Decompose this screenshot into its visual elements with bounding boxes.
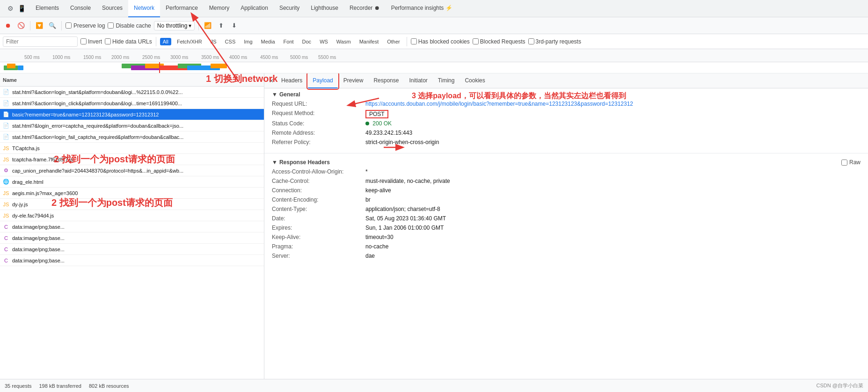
connection-key: Connection: [272, 187, 365, 194]
third-party-checkbox[interactable]: 3rd-party requests [528, 38, 581, 45]
hide-data-urls-input[interactable] [105, 38, 111, 44]
tab-performance-insights[interactable]: Performance insights ⚡ [386, 0, 458, 17]
row-name-2: stat.html?&action=login_click&platform=d… [12, 101, 262, 106]
filter-type-manifest[interactable]: Manifest [357, 38, 382, 45]
tab-recorder[interactable]: Recorder ⏺ [344, 0, 386, 17]
tab-lighthouse[interactable]: Lighthouse [305, 0, 344, 17]
filter-type-js[interactable]: JS [208, 38, 219, 45]
hide-data-urls-checkbox[interactable]: Hide data URLs [105, 38, 152, 45]
wifi-icon-button[interactable]: 📶 [203, 21, 213, 31]
filter-type-css[interactable]: CSS [222, 38, 239, 45]
preserve-log-checkbox[interactable]: Preserve log [66, 22, 105, 29]
network-row-9[interactable]: 🌐 drag_ele.html [0, 176, 264, 188]
tab-elements[interactable]: Elements [30, 0, 65, 17]
device-icon[interactable]: 📱 [17, 4, 26, 13]
search-button[interactable]: 🔍 [47, 21, 58, 31]
tab-console[interactable]: Console [65, 0, 96, 17]
network-row-3[interactable]: 📄 basic?remember=true&name=123123123&pas… [0, 109, 264, 120]
content-encoding-row: Content-Encoding: br [272, 196, 861, 205]
detail-tab-preview[interactable]: Preview [339, 73, 368, 88]
filter-type-doc[interactable]: Doc [299, 38, 314, 45]
row-icon-3: 📄 [2, 110, 10, 119]
filter-type-ws[interactable]: WS [317, 38, 331, 45]
filter-type-img[interactable]: Img [241, 38, 255, 45]
tab-application[interactable]: Application [235, 0, 274, 17]
server-row: Server: dae [272, 252, 861, 261]
network-row-5[interactable]: 📄 stat.html?&action=login_fail_captcha_r… [0, 131, 264, 143]
disable-cache-checkbox[interactable]: Disable cache [108, 22, 151, 29]
filter-type-wasm[interactable]: Wasm [334, 38, 354, 45]
filter-input[interactable] [3, 36, 78, 47]
row-icon-9: 🌐 [2, 178, 10, 186]
record-button[interactable]: ⏺ [3, 21, 13, 31]
disable-cache-input[interactable] [108, 22, 114, 29]
network-row-16[interactable]: C data:image/png;base... [0, 255, 264, 266]
network-row-4[interactable]: 📄 stat.html?&login_error=captcha_require… [0, 120, 264, 131]
detail-tab-cookies[interactable]: Cookies [460, 73, 489, 88]
row-icon-7: JS [2, 155, 10, 164]
invert-input[interactable] [80, 38, 87, 44]
filter-type-other[interactable]: Other [384, 38, 403, 45]
general-section-title[interactable]: ▼ General [272, 91, 861, 98]
post-method-value: POST [365, 110, 388, 118]
tab-performance[interactable]: Performance [160, 0, 204, 17]
pragma-val: no-cache [365, 243, 388, 250]
filter-button[interactable]: 🔽 [34, 21, 44, 31]
raw-checkbox[interactable]: Raw [841, 159, 861, 166]
detail-tab-initiator[interactable]: Initiator [404, 73, 432, 88]
request-url-key: Request URL: [272, 101, 365, 107]
network-row-12[interactable]: JS dy-ele.fac794d4.js [0, 210, 264, 221]
content-type-key: Content-Type: [272, 206, 365, 212]
clear-button[interactable]: 🚫 [16, 21, 26, 31]
invert-label: Invert [88, 38, 102, 45]
network-row-10[interactable]: JS aegis.min.js?max_age=3600 [0, 188, 264, 199]
detail-tab-timing[interactable]: Timing [433, 73, 460, 88]
row-icon-12: JS [2, 211, 10, 220]
row-icon-11: JS [2, 200, 10, 209]
detail-tab-response[interactable]: Response [369, 73, 403, 88]
throttle-label: No throttling [157, 22, 188, 29]
status-code-text: 200 OK [372, 120, 392, 127]
tab-sources[interactable]: Sources [96, 0, 128, 17]
network-list[interactable]: Name 📄 stat.html?&action=login_start&pla… [0, 73, 264, 379]
network-row-14[interactable]: C data:image/png;base... [0, 232, 264, 244]
response-headers-title[interactable]: ▼ Response Headers Raw [272, 159, 861, 166]
filter-type-all[interactable]: All [160, 38, 171, 45]
third-party-input[interactable] [528, 38, 534, 44]
general-title-label: General [279, 91, 300, 98]
network-row-6[interactable]: JS TCaptcha.js [0, 143, 264, 154]
network-row-1[interactable]: 📄 stat.html?&action=login_start&platform… [0, 87, 264, 98]
detail-tab-headers[interactable]: Headers [277, 73, 307, 88]
filter-type-media[interactable]: Media [258, 38, 278, 45]
network-row-2[interactable]: 📄 stat.html?&action=login_click&platform… [0, 98, 264, 109]
network-row-8[interactable]: ⚙ cap_union_prehandle?aid=2044348370&pro… [0, 165, 264, 176]
row-name-4: stat.html?&login_error=captcha_required&… [12, 123, 262, 129]
sep1 [30, 21, 30, 30]
throttle-select[interactable]: No throttling ▾ [154, 21, 195, 30]
pragma-key: Pragma: [272, 243, 365, 250]
filter-type-font[interactable]: Font [281, 38, 297, 45]
date-row: Date: Sat, 05 Aug 2023 01:36:40 GMT [272, 214, 861, 224]
filter-type-fetch[interactable]: Fetch/XHR [174, 38, 205, 45]
network-row-7[interactable]: JS tcaptcha-frame.7f61d9f7.js [0, 154, 264, 165]
has-blocked-checkbox[interactable]: Has blocked cookies [411, 38, 470, 45]
detail-tab-payload[interactable]: Payload [308, 73, 337, 88]
inspect-icon[interactable]: ⚙ [6, 4, 15, 13]
preserve-log-input[interactable] [66, 22, 72, 29]
remote-address-key: Remote Address: [272, 130, 365, 136]
pragma-row: Pragma: no-cache [272, 242, 861, 252]
blocked-requests-checkbox[interactable]: Blocked Requests [473, 38, 525, 45]
raw-checkbox-input[interactable] [841, 160, 847, 166]
tab-memory[interactable]: Memory [204, 0, 235, 17]
download-icon-button[interactable]: ⬇ [229, 21, 239, 31]
invert-checkbox[interactable]: Invert [80, 38, 102, 45]
tab-security[interactable]: Security [274, 0, 305, 17]
has-blocked-input[interactable] [411, 38, 417, 44]
detail-close-button[interactable]: ✕ [267, 77, 276, 85]
upload-icon-button[interactable]: ⬆ [216, 21, 226, 31]
tab-network[interactable]: Network [128, 0, 160, 17]
network-row-15[interactable]: C data:image/png;base... [0, 244, 264, 255]
network-row-13[interactable]: C data:image/png;base... [0, 221, 264, 232]
network-row-11[interactable]: JS dy-jy.js [0, 199, 264, 210]
blocked-requests-input[interactable] [473, 38, 479, 44]
